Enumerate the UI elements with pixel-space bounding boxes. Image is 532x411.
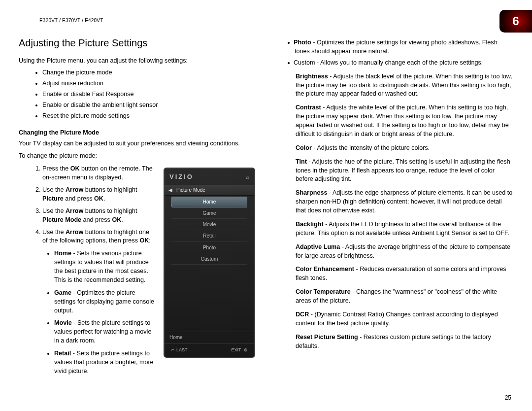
exit-icon: ⊗ [242,347,248,352]
setting-sharpness: Sharpness - Adjusts the edge sharpness o… [296,189,513,215]
osd-spacer [165,266,254,332]
mode-custom: Custom - Allows you to manually change e… [295,59,513,68]
setting-color-enhancement: Color Enhancement - Reduces oversaturati… [296,265,513,283]
osd-last: ⤺LAST [169,347,188,353]
osd-item-photo: Photo [171,243,247,253]
osd-title: Picture Mode [176,187,205,194]
header-model: E320VT / E370VT / E420VT [39,18,513,23]
setting-dcr: DCR - (Dynamic Contrast Ratio) Changes c… [296,310,513,328]
page: E320VT / E370VT / E420VT 6 Adjusting the… [0,0,532,411]
osd-list: Home Game Movie Retail Photo Custom [165,196,254,266]
osd-title-row: ◀ Picture Mode [165,185,254,196]
left-column: Adjusting the Picture Settings Using the… [19,36,258,380]
columns: Adjusting the Picture Settings Using the… [19,36,513,380]
left-body: To change the picture mode: VIZIO ⌂ ◀ Pi… [19,152,258,376]
setting-color: Color - Adjusts the intensity of the pic… [296,144,513,153]
osd-brand: VIZIO [169,172,194,181]
osd-exit: EXIT ⊗ [231,347,249,353]
osd-screenshot: VIZIO ⌂ ◀ Picture Mode Home Game Movie R… [164,168,255,358]
right-column: Photo - Optimizes the picture settings f… [274,36,513,380]
osd-item-custom: Custom [171,254,247,265]
steps-intro: To change the picture mode: [19,152,258,161]
feature-item: Enable or disable the ambient light sens… [42,101,258,110]
feature-item: Adjust noise reduction [42,79,258,88]
back-icon: ◀ [168,187,172,194]
setting-brightness: Brightness - Adjusts the black level of … [296,72,513,99]
setting-backlight: Backlight - Adjusts the LED brightness t… [296,220,513,238]
setting-tint: Tint - Adjusts the hue of the picture. T… [296,158,513,184]
setting-reset: Reset Picture Setting - Restores custom … [296,333,513,351]
osd-item-movie: Movie [171,220,247,230]
feature-list: Change the picture mode Adjust noise red… [19,68,258,120]
sub-intro: Your TV display can be adjusted to suit … [19,139,258,148]
osd-frame: VIZIO ⌂ ◀ Picture Mode Home Game Movie R… [164,168,255,358]
osd-item-retail: Retail [171,231,247,241]
osd-bottom: ⤺LAST EXIT ⊗ [165,344,254,357]
setting-contrast: Contrast - Adjusts the white level of th… [296,103,513,139]
continued-mode-list: Photo - Optimizes the picture settings f… [274,38,513,68]
mode-photo: Photo - Optimizes the picture settings f… [295,38,513,56]
intro-text: Using the Picture menu, you can adjust t… [19,57,258,66]
feature-item: Reset the picture mode settings [42,112,258,121]
custom-settings-list: Brightness - Adjusts the black level of … [296,72,513,351]
rewind-icon: ⤺ [171,347,175,352]
osd-status: Home [165,332,254,343]
osd-item-game: Game [171,208,247,219]
feature-item: Change the picture mode [42,68,258,77]
subheading: Changing the Picture Mode [19,129,258,137]
page-number: 25 [505,394,511,401]
setting-adaptive-luma: Adaptive Luma - Adjusts the average brig… [296,243,513,261]
osd-item-home: Home [171,197,247,207]
section-title: Adjusting the Picture Settings [19,36,258,50]
home-icon: ⌂ [246,173,249,181]
osd-top: VIZIO ⌂ [165,169,254,184]
chapter-tab: 6 [499,10,532,33]
feature-item: Enable or disable Fast Response [42,90,258,99]
chapter-number: 6 [512,14,519,28]
setting-color-temperature: Color Temperature - Changes the "warmnes… [296,288,513,306]
